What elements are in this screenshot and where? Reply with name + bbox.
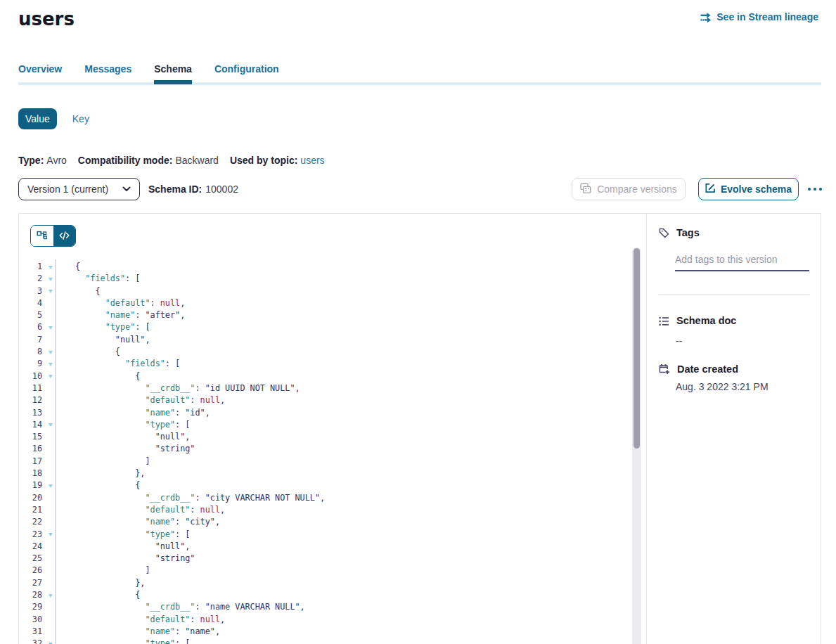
- schema-view-toggle: [30, 225, 76, 247]
- fold-arrow-icon[interactable]: [49, 533, 53, 536]
- code-line: {: [75, 347, 120, 356]
- code-line: "null",: [75, 541, 190, 551]
- date-created-section-header: Date created: [659, 363, 738, 375]
- tree-view-button[interactable]: [31, 226, 53, 246]
- code-line: "default": null,: [75, 614, 225, 624]
- tags-title: Tags: [676, 228, 700, 238]
- sidebar-divider: [659, 294, 809, 295]
- page-title: users: [18, 8, 75, 30]
- gutter-line: 8: [19, 346, 55, 358]
- tab-configuration[interactable]: Configuration: [214, 62, 279, 82]
- date-created-title: Date created: [677, 364, 738, 375]
- line-number: 24: [19, 541, 55, 553]
- code-line: "__crdb__": "city VARCHAR NOT NULL",: [75, 493, 325, 503]
- schema-id-value: 100002: [205, 183, 238, 195]
- more-actions-button[interactable]: [805, 178, 825, 200]
- gutter-line: 9: [19, 358, 55, 370]
- gutter-line: 14: [19, 419, 55, 431]
- tab-bar: OverviewMessagesSchemaConfiguration: [18, 62, 821, 85]
- fold-arrow-icon[interactable]: [49, 423, 53, 427]
- gutter-line: 4: [19, 297, 55, 309]
- schema-page: users See in Stream lineage OverviewMess…: [0, 0, 836, 644]
- see-in-stream-lineage-link[interactable]: See in Stream lineage: [700, 10, 818, 24]
- line-number: 16: [19, 443, 55, 455]
- code-line: {: [75, 371, 140, 381]
- line-number: 21: [19, 504, 55, 516]
- line-number: 12: [19, 394, 55, 406]
- value-toggle-button[interactable]: Value: [18, 108, 57, 129]
- version-row: Version 1 (current) Schema ID: 100002 Co…: [0, 178, 836, 200]
- value-key-toggle: Value Key: [18, 108, 89, 129]
- schema-doc-title: Schema doc: [676, 316, 736, 326]
- code-scrollbar-thumb[interactable]: [634, 248, 640, 449]
- line-number: 27: [19, 577, 55, 589]
- stream-lineage-icon: [700, 12, 712, 22]
- line-number: 5: [19, 309, 55, 321]
- fold-arrow-icon[interactable]: [49, 594, 53, 598]
- line-number: 13: [19, 407, 55, 419]
- tags-section-header: Tags: [659, 228, 700, 238]
- code-line: "string": [75, 444, 195, 453]
- meta-label: Compatibility mode:: [78, 155, 173, 166]
- tab-schema[interactable]: Schema: [154, 62, 192, 82]
- line-number: 15: [19, 431, 55, 443]
- gutter-line: 27: [19, 577, 55, 589]
- topic-link[interactable]: users: [300, 155, 324, 166]
- code-line: "null",: [75, 335, 150, 344]
- gutter-line: 1: [19, 261, 55, 273]
- schema-panel: 1234567891011121314151617181920212223242…: [18, 213, 821, 644]
- code-line: "default": null,: [75, 298, 185, 308]
- line-number: 18: [19, 468, 55, 479]
- version-select[interactable]: Version 1 (current): [18, 178, 140, 200]
- evolve-schema-label: Evolve schema: [721, 183, 792, 195]
- code-line: "name": "after",: [75, 310, 185, 320]
- code-line: "type": [: [75, 638, 190, 644]
- tab-messages[interactable]: Messages: [84, 62, 131, 82]
- schema-id: Schema ID: 100002: [148, 178, 238, 200]
- compare-versions-button[interactable]: Compare versions: [572, 178, 686, 200]
- gutter-line: 24: [19, 541, 55, 553]
- fold-arrow-icon[interactable]: [49, 375, 53, 378]
- see-in-stream-lineage-label: See in Stream lineage: [716, 10, 818, 24]
- code-line: {: [75, 286, 101, 296]
- meta-item: Used by topic:users: [230, 155, 325, 165]
- fold-arrow-icon[interactable]: [49, 326, 53, 330]
- schema-code-column: 1234567891011121314151617181920212223242…: [19, 214, 647, 644]
- compare-versions-icon: [580, 183, 591, 196]
- gutter-line: 26: [19, 565, 55, 577]
- code-line: "default": null,: [75, 395, 225, 405]
- evolve-schema-button[interactable]: Evolve schema: [698, 178, 799, 200]
- code-scrollbar-track[interactable]: [632, 247, 641, 644]
- fold-arrow-icon[interactable]: [49, 351, 53, 354]
- compare-versions-label: Compare versions: [597, 183, 677, 195]
- code-gutter: 1234567891011121314151617181920212223242…: [19, 259, 56, 644]
- code-line: "type": [: [75, 529, 190, 539]
- code-line: "type": [: [75, 322, 150, 332]
- schema-doc-value: --: [676, 336, 682, 346]
- gutter-line: 29: [19, 601, 55, 613]
- fold-arrow-icon[interactable]: [49, 484, 53, 488]
- gutter-line: 3: [19, 285, 55, 297]
- code-view-button[interactable]: [53, 226, 76, 246]
- meta-item: Type:Avro: [18, 155, 67, 165]
- gutter-line: 31: [19, 626, 55, 638]
- gutter-line: 15: [19, 431, 55, 443]
- tags-input[interactable]: [675, 250, 809, 271]
- fold-arrow-icon[interactable]: [49, 266, 53, 269]
- code-line: },: [75, 468, 145, 478]
- gutter-line: 30: [19, 614, 55, 626]
- gutter-line: 21: [19, 504, 55, 516]
- fold-arrow-icon[interactable]: [49, 290, 53, 293]
- fold-arrow-icon[interactable]: [49, 278, 53, 281]
- key-toggle-button[interactable]: Key: [72, 108, 89, 129]
- fold-arrow-icon[interactable]: [49, 363, 53, 366]
- calendar-plus-icon: [659, 363, 670, 375]
- schema-doc-section-header: Schema doc: [659, 316, 736, 326]
- tab-overview[interactable]: Overview: [18, 62, 62, 82]
- code-line: },: [75, 578, 145, 588]
- gutter-line: 2: [19, 273, 55, 285]
- line-number: 20: [19, 492, 55, 504]
- tag-icon: [659, 228, 669, 238]
- code-line: "name": "name",: [75, 626, 220, 636]
- date-created-value: Aug. 3 2022 3:21 PM: [676, 382, 769, 392]
